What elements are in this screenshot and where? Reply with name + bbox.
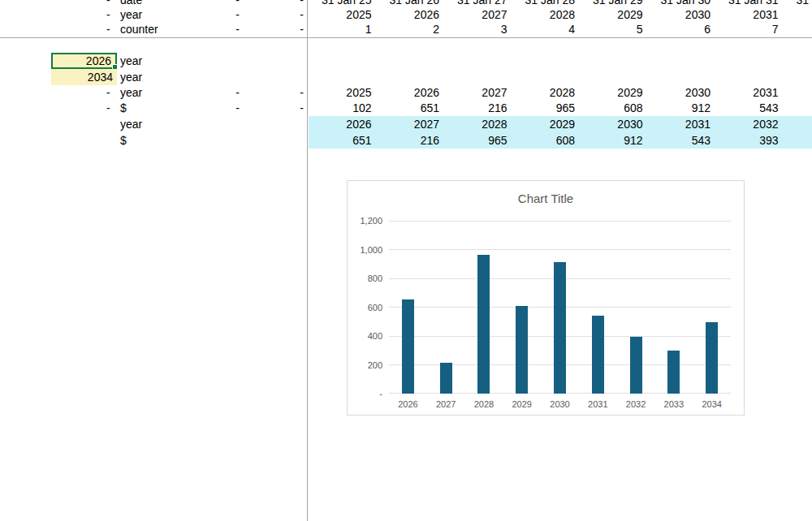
dollar-value-cell[interactable]: 965 [512, 101, 581, 116]
highlight-dollar-cell[interactable]: 912 [580, 132, 648, 149]
x-tick-label: 2030 [541, 398, 579, 410]
year-cell[interactable]: 2029 [580, 7, 648, 23]
y-tick-label: 400 [348, 330, 382, 342]
chart-bar[interactable] [440, 363, 452, 394]
year-value-cell[interactable]: 2031 [715, 85, 784, 101]
row-label-dollar[interactable]: $ [120, 132, 127, 149]
highlight-year-cell[interactable]: 2032 [715, 116, 784, 132]
bar-slot [389, 221, 427, 394]
year-cell[interactable]: 2027 [444, 7, 512, 23]
highlight-dollar-cells: 651216965608912543393 [309, 132, 812, 149]
year-value-cell[interactable]: 2026 [377, 85, 445, 101]
cell-dash[interactable]: - [106, 7, 110, 23]
cell-dash[interactable]: - [230, 7, 240, 23]
chart-y-axis[interactable]: 1,2001,000800600400200- [348, 215, 382, 399]
input-label[interactable]: year [120, 53, 142, 69]
counter-cell[interactable]: 6 [648, 22, 716, 37]
year-cell[interactable]: 2031 [715, 7, 784, 23]
chart[interactable]: Chart Title 1,2001,000800600400200- 2026… [347, 180, 745, 416]
chart-bar[interactable] [706, 322, 718, 394]
x-tick-label: 2032 [617, 398, 655, 410]
year-input-value: 2034 [88, 71, 113, 84]
row-highlight-year: year 2026202720282029203020312032 [0, 116, 812, 132]
cell-dash[interactable]: - [294, 22, 304, 37]
row-label-year[interactable]: year [120, 85, 142, 101]
y-tick-label: 200 [348, 360, 382, 371]
chart-bar[interactable] [554, 262, 566, 394]
cell-dash[interactable]: - [106, 22, 110, 37]
row-counter: - counter - - 1234567 [0, 22, 812, 37]
chart-title[interactable]: Chart Title [348, 192, 744, 206]
year-cell[interactable]: 2025 [309, 7, 377, 23]
dollar-value-cell[interactable]: 608 [580, 101, 648, 116]
highlight-year-cell[interactable]: 2027 [377, 116, 445, 132]
highlight-year-cell[interactable]: 2030 [580, 116, 648, 132]
dollar-value-cell[interactable]: 102 [309, 101, 377, 116]
counter-cell[interactable]: 5 [580, 22, 648, 37]
year-value-cell[interactable]: 2028 [512, 85, 581, 101]
bar-slot [541, 221, 579, 394]
highlight-year-cell[interactable]: 2026 [309, 116, 377, 132]
dollar-value-cell[interactable]: 216 [444, 101, 512, 116]
chart-bar[interactable] [402, 299, 414, 394]
row-calc-year: - year - - 2025202620272028202920302031 [0, 85, 812, 101]
chart-bar[interactable] [477, 255, 490, 394]
cell-dash[interactable]: - [106, 85, 110, 101]
cell-dash[interactable]: - [230, 85, 240, 101]
year-input-cell-selected[interactable]: 2026 [51, 53, 117, 69]
chart-bar[interactable] [592, 316, 604, 394]
highlight-dollar-cell[interactable]: 393 [715, 132, 784, 149]
row-label-counter[interactable]: counter [120, 22, 158, 37]
cell-dash[interactable]: - [294, 85, 304, 101]
dollar-value-cell[interactable]: 912 [648, 101, 716, 116]
year-cell[interactable]: 2030 [648, 7, 716, 23]
counter-cell[interactable]: 1 [309, 22, 377, 37]
year-cell[interactable]: 2028 [512, 7, 581, 23]
counter-cell[interactable]: 2 [377, 22, 445, 37]
cell-dash[interactable]: - [230, 101, 240, 116]
bar-slot [465, 221, 503, 394]
chart-bar[interactable] [667, 351, 680, 394]
highlight-dollar-cell[interactable]: 651 [309, 132, 377, 149]
x-tick-label: 2027 [427, 398, 465, 410]
bar-slot [503, 221, 541, 394]
highlight-dollar-cell[interactable]: 608 [512, 132, 581, 149]
year-cell[interactable]: 2026 [377, 7, 445, 23]
frozen-rows-border [0, 37, 812, 38]
row-year-header: - year - - 2025202620272028202920302031 [0, 7, 812, 23]
cell-dash[interactable]: - [294, 7, 304, 23]
highlight-year-cell[interactable]: 2031 [648, 116, 716, 132]
year-value-cell[interactable]: 2030 [648, 85, 716, 101]
row-label-dollar[interactable]: $ [120, 101, 127, 116]
highlight-dollar-cell[interactable]: 965 [444, 132, 512, 149]
chart-bar[interactable] [516, 306, 528, 394]
input-label[interactable]: year [120, 69, 142, 85]
cell-dash[interactable]: - [294, 101, 304, 116]
counter-cell[interactable]: 3 [444, 22, 512, 37]
chart-bars [389, 221, 731, 394]
year-value-cell[interactable]: 2029 [580, 85, 648, 101]
row-label-year[interactable]: year [120, 116, 142, 132]
chart-bar[interactable] [630, 337, 642, 394]
row-label-year[interactable]: year [120, 7, 142, 23]
counter-cell[interactable]: 7 [715, 22, 784, 37]
counter-cell[interactable]: 4 [512, 22, 581, 37]
highlight-dollar-cell[interactable]: 543 [648, 132, 716, 149]
highlight-dollar-cell[interactable]: 216 [377, 132, 445, 149]
year-value-cell[interactable]: 2025 [309, 85, 377, 101]
bar-slot [693, 221, 731, 394]
dollar-value-cell[interactable]: 543 [715, 101, 784, 116]
highlight-year-cell[interactable]: 2028 [444, 116, 512, 132]
dollar-value-cell[interactable]: 651 [377, 101, 445, 116]
highlight-year-cell[interactable]: 2029 [512, 116, 581, 132]
highlight-year-cells: 2026202720282029203020312032 [309, 116, 812, 132]
year-value-cell[interactable]: 2027 [444, 85, 512, 101]
row-start-year-input: 2026 year [0, 53, 812, 69]
year-input-cell[interactable]: 2034 [51, 69, 117, 85]
row-calc-dollar: - $ - - 102651216965608912543 [0, 101, 812, 116]
x-tick-label: 2031 [579, 398, 617, 410]
chart-x-axis[interactable]: 202620272028202920302031203220332034 [389, 398, 731, 410]
year-input-value: 2026 [86, 54, 111, 67]
cell-dash[interactable]: - [106, 101, 110, 116]
cell-dash[interactable]: - [230, 22, 240, 37]
